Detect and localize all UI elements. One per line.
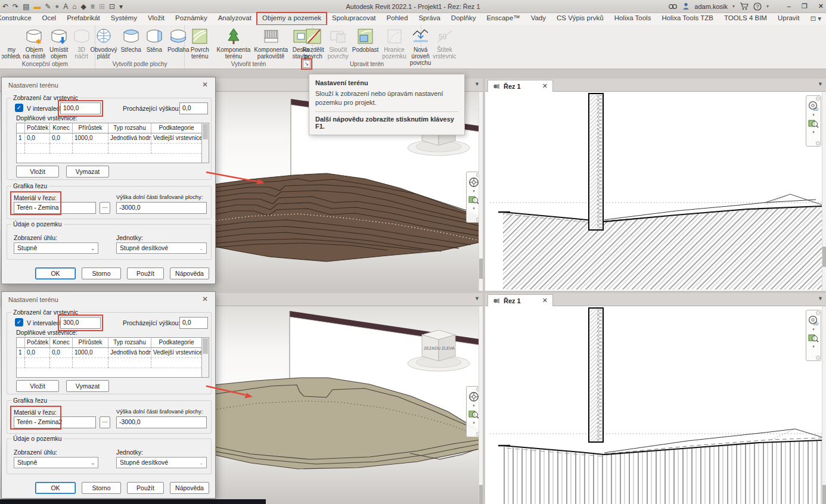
viewport-minimize-icon[interactable]: ▼: [818, 81, 823, 87]
tab-systemy[interactable]: Systémy: [105, 13, 142, 25]
units-select[interactable]: Stupně desítkové: [116, 242, 207, 254]
tab-prefabrikat[interactable]: Prefabrikát: [61, 13, 105, 25]
close-view-icon[interactable]: ✕: [542, 82, 548, 90]
ribbon-button-povrch-terenu[interactable]: Povrch terénu: [185, 25, 215, 60]
tab-vlozit[interactable]: Vložit: [142, 13, 170, 25]
tab-ocel[interactable]: Ocel: [37, 13, 62, 25]
material-browse-button[interactable]: ...: [100, 202, 110, 214]
wheel-menu-caret-icon[interactable]: ▾: [473, 189, 475, 193]
dialog-close-icon[interactable]: ✕: [202, 80, 208, 89]
tab-poznamky[interactable]: Poznámky: [170, 13, 213, 25]
hatch-depth-input[interactable]: -3000,0: [116, 202, 207, 214]
ribbon-button-show-mass[interactable]: my pohledu: [2, 25, 21, 60]
wheel-menu-caret-icon[interactable]: ▾: [812, 113, 815, 117]
help-button[interactable]: Nápověda: [170, 267, 209, 279]
zoom-menu-caret-icon[interactable]: ▾: [473, 421, 475, 425]
section-canvas-hatched[interactable]: 2D ▾ ▾: [485, 92, 826, 291]
tab-tools-4-bim[interactable]: TOOLS 4 BIM: [719, 13, 772, 25]
table-row[interactable]: 1 0,0 0,0 1000,0 Jednotlivá hodn Vedlejš…: [17, 348, 209, 358]
insert-button[interactable]: Vložit: [16, 380, 59, 392]
section-wall[interactable]: [589, 308, 603, 442]
elevation-input[interactable]: 0,0: [179, 102, 208, 114]
table-scrollbar[interactable]: [201, 123, 209, 163]
tab-konstrukce[interactable]: Konstrukce: [0, 13, 37, 25]
cancel-button[interactable]: Storno: [82, 267, 121, 279]
vertical-scrollbar[interactable]: [479, 92, 483, 291]
navbar-collapse-icon[interactable]: [816, 356, 820, 360]
undo-icon[interactable]: ↶: [2, 1, 8, 13]
zoom-menu-caret-icon[interactable]: ▾: [812, 130, 815, 134]
table-row[interactable]: 1 0,0 0,0 1000,0 Jednotlivá hodn Vedlejš…: [17, 133, 209, 144]
ribbon-button-stena[interactable]: Stěna: [143, 25, 166, 53]
navbar-collapse-icon[interactable]: [816, 141, 820, 145]
user-menu-caret-icon[interactable]: ▾: [732, 4, 735, 9]
interval-input[interactable]: 300,0: [60, 317, 101, 329]
viewport-minimize-icon[interactable]: ▼: [818, 295, 823, 301]
tab-pohled[interactable]: Pohled: [381, 13, 414, 25]
default-3d-view-icon[interactable]: ⌂: [72, 1, 76, 13]
dialog-title-bar[interactable]: Nastavení terénu ✕: [2, 292, 215, 307]
view-tab-rez1[interactable]: Řez 1 ✕: [487, 294, 553, 306]
material-browse-button[interactable]: ...: [100, 416, 110, 428]
tab-objemy-a-pozemek[interactable]: Objemy a pozemek: [257, 13, 327, 25]
tab-holixa-tools[interactable]: Holixa Tools: [609, 13, 657, 25]
viewport-section-bottom[interactable]: Řez 1 ✕ ▼: [485, 293, 826, 504]
tab-sprava[interactable]: Správa: [413, 13, 445, 25]
apply-button[interactable]: Použít: [127, 482, 164, 494]
cancel-button[interactable]: Storno: [82, 482, 121, 494]
tab-vady[interactable]: Vady: [526, 13, 551, 25]
wheel-menu-caret-icon[interactable]: ▾: [473, 403, 475, 407]
section-icon[interactable]: ◆: [81, 1, 86, 13]
steering-wheel-2d-icon[interactable]: 2D: [808, 315, 819, 326]
ribbon-button-umistit-objem[interactable]: Umístit objem: [48, 25, 70, 60]
navbar-expand-icon[interactable]: [816, 97, 820, 101]
signed-in-user[interactable]: adam.kosik: [694, 3, 728, 10]
ok-button[interactable]: OK: [35, 482, 76, 494]
additional-contours-table[interactable]: Počátek Konec Přírůstek Typ rozsahu Podk…: [16, 337, 209, 378]
angle-display-select[interactable]: Stupně: [14, 457, 98, 468]
close-view-icon[interactable]: ✕: [542, 297, 548, 304]
text-icon[interactable]: A: [63, 1, 68, 13]
dialog-close-icon[interactable]: ✕: [202, 295, 208, 303]
hatch-depth-input[interactable]: -3000,0: [116, 416, 207, 428]
interval-checkbox[interactable]: ✓: [15, 318, 23, 326]
material-input[interactable]: Terén - Zemina: [14, 202, 96, 214]
search-icon[interactable]: [668, 3, 678, 10]
zoom-menu-caret-icon[interactable]: ▾: [473, 206, 475, 210]
user-icon[interactable]: [682, 2, 690, 10]
zoom-region-icon[interactable]: [468, 194, 479, 205]
ribbon-button-podoblast[interactable]: Podoblast: [350, 25, 380, 53]
print-icon[interactable]: ▤: [23, 1, 29, 13]
steering-wheel-icon[interactable]: [468, 391, 479, 402]
ribbon-button-komponenta-parkoviste[interactable]: Komponenta parkoviště: [252, 25, 290, 60]
help-button[interactable]: Nápověda: [170, 482, 209, 494]
section-wall[interactable]: [589, 94, 603, 230]
apply-button[interactable]: Použít: [127, 267, 164, 279]
steering-wheel-icon[interactable]: [468, 177, 479, 188]
aligned-dimension-icon[interactable]: ✎: [45, 1, 51, 13]
interval-checkbox[interactable]: ✓: [15, 104, 23, 112]
navbar-expand-icon[interactable]: [816, 311, 820, 315]
terrain-settings-launcher[interactable]: ↘: [303, 60, 310, 68]
restore-button[interactable]: ❐: [802, 2, 808, 10]
ribbon-button-objem-na-miste[interactable]: ✱ Objem na místě: [21, 25, 47, 60]
switch-windows-icon[interactable]: ⊡: [109, 1, 115, 13]
angle-display-select[interactable]: Stupně: [14, 242, 98, 254]
units-select[interactable]: Stupně desítkové: [116, 457, 207, 468]
dialog-title-bar[interactable]: Nastavení terénu ✕: [2, 77, 215, 93]
tab-enscape[interactable]: Enscape™: [481, 13, 525, 25]
tag-icon[interactable]: ⌖: [55, 1, 60, 13]
table-scrollbar[interactable]: [201, 338, 209, 377]
viewport-minimize-icon[interactable]: ▼: [474, 295, 480, 301]
help-icon[interactable]: ?: [753, 2, 762, 11]
steering-wheel-2d-icon[interactable]: 2D: [808, 101, 819, 111]
interval-input[interactable]: 100,0: [60, 102, 101, 114]
ok-button[interactable]: OK: [35, 267, 76, 279]
zoom-region-icon[interactable]: [468, 409, 479, 419]
zoom-region-icon[interactable]: [808, 118, 819, 129]
minimize-button[interactable]: –: [787, 2, 791, 10]
tab-upravit[interactable]: Upravit: [772, 13, 805, 25]
vertical-scrollbar[interactable]: [822, 306, 826, 504]
tab-holixa-tools-tzb[interactable]: Holixa Tools TZB: [656, 13, 719, 25]
app-store-cart-icon[interactable]: [740, 2, 749, 10]
